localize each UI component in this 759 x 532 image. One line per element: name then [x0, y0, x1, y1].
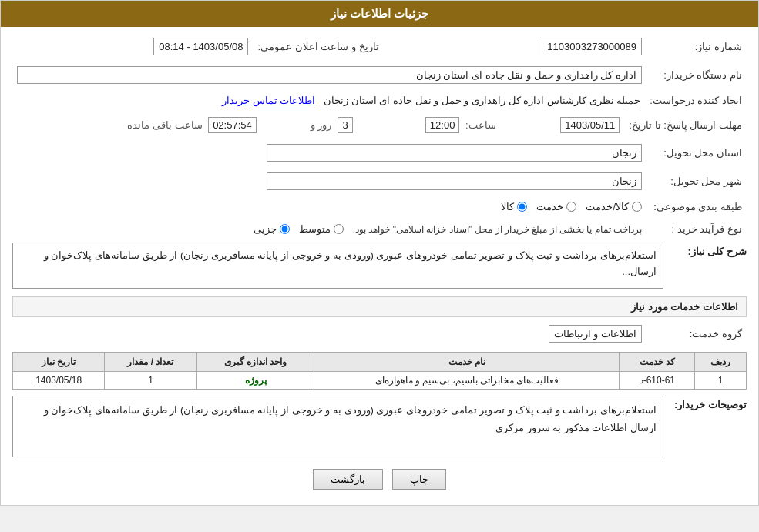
navae-motavasset-radio[interactable]	[334, 224, 344, 234]
shomareNiaz-value: 1103003273000089	[542, 38, 642, 55]
ostan-label: استان محل تحویل:	[646, 141, 747, 165]
navae-jazei-option[interactable]: جزیی	[254, 223, 290, 235]
mohlat-saat-label: ساعت:	[465, 119, 496, 131]
tabaqe-kala-khedmat-option[interactable]: کالا/خدمت	[586, 201, 642, 212]
tabaqe-label: طبقه بندی موضوعی:	[646, 198, 747, 216]
ostan-value: زنجان	[267, 144, 642, 162]
tarikh-value: 1403/05/08 - 08:14	[153, 38, 248, 55]
navae-motavasset-option[interactable]: متوسط	[299, 223, 344, 235]
page-header: جزئیات اطلاعات نیاز	[1, 1, 758, 27]
shomareNiaz-label: شماره نیاز:	[646, 35, 747, 59]
navae-jazei-label: جزیی	[254, 223, 277, 235]
mohlat-date: 1403/05/11	[560, 117, 620, 133]
mohlat-saat: 12:00	[425, 117, 460, 133]
print-button[interactable]: چاپ	[392, 469, 446, 490]
tabaqe-kala-khedmat-label: کالا/خدمت	[586, 201, 629, 212]
sharh-label: شرح کلی نیاز:	[670, 243, 747, 257]
page-title: جزئیات اطلاعات نیاز	[331, 7, 428, 20]
mohlat-rooz-label: روز و	[311, 119, 332, 131]
tabaqe-kala-option[interactable]: کالا	[501, 201, 527, 212]
table-row: 1610-61-دفعالیت‌های مخابراتی باسیم، بی‌س…	[13, 372, 747, 390]
tabaqe-khedmat-label: خدمت	[536, 201, 563, 212]
grooh-value: اطلاعات و ارتباطات	[549, 325, 642, 343]
back-button[interactable]: بازگشت	[313, 469, 383, 490]
navae-jazei-radio[interactable]	[280, 224, 290, 234]
col-radif: ردیف	[695, 353, 747, 372]
shahr-value: زنجان	[267, 172, 642, 190]
tabaqe-kala-label: کالا	[501, 201, 514, 212]
tabaqe-kala-khedmat-radio[interactable]	[632, 202, 642, 212]
cell-radif: 1	[695, 372, 747, 390]
cell-kod: 610-61-د	[620, 372, 695, 390]
tabaqe-khedmat-radio[interactable]	[566, 202, 576, 212]
ijad-label: ایجاد کننده درخواست:	[645, 92, 747, 109]
mohlat-rooz: 3	[338, 117, 353, 133]
mohlat-baqi-label: ساعت باقی مانده	[127, 119, 202, 131]
cell-vahed: پروژه	[196, 372, 314, 390]
col-tarikh: تاریخ نیاز	[13, 353, 105, 372]
namDastgah-value: اداره کل راهداری و حمل و نقل جاده ای است…	[17, 66, 642, 84]
contact-link[interactable]: اطلاعات تماس خریدار	[222, 95, 315, 106]
cell-tedad: 1	[105, 372, 196, 390]
services-table: ردیف کد خدمت نام خدمت واحد اندازه گیری ت…	[12, 352, 747, 390]
sharh-value: استعلام‌برهای برداشت و ثبت پلاک و تصویر …	[12, 243, 663, 289]
cell-nam: فعالیت‌های مخابراتی باسیم، بی‌سیم و ماهو…	[314, 372, 620, 390]
tarikh-label: تاریخ و ساعت اعلان عمومی:	[253, 35, 394, 59]
buyer-desc-value: استعلام‌برهای برداشت و ثبت پلاک و تصویر …	[12, 396, 663, 457]
navae-motavasset-label: متوسط	[299, 223, 331, 235]
tabaqe-khedmat-option[interactable]: خدمت	[536, 201, 576, 212]
col-kod: کد خدمت	[620, 353, 695, 372]
mohlat-baqi: 02:57:54	[208, 117, 257, 133]
col-tedad: تعداد / مقدار	[105, 353, 196, 372]
navae-note: پرداخت تمام یا بخشی از مبلغ خریدار از مح…	[353, 224, 642, 235]
buyer-desc-label: توصیحات خریدار:	[670, 396, 747, 410]
shahr-label: شهر محل تحویل:	[646, 169, 747, 193]
ijad-value: جمیله نظری کارشناس اداره کل راهداری و حم…	[324, 95, 640, 106]
tabaqe-kala-radio[interactable]	[517, 202, 527, 212]
col-nam: نام خدمت	[314, 353, 620, 372]
grooh-label: گروه خدمت:	[646, 322, 747, 346]
col-vahed: واحد اندازه گیری	[196, 353, 314, 372]
mohlat-label: مهلت ارسال پاسخ: تا تاریخ:	[624, 114, 747, 136]
khedmat-section-title: اطلاعات خدمات مورد نیاز	[12, 296, 747, 317]
navae-label: نوع فرآیند خرید :	[646, 220, 747, 238]
namDastgah-label: نام دستگاه خریدار:	[646, 63, 747, 87]
cell-tarikh: 1403/05/18	[13, 372, 105, 390]
